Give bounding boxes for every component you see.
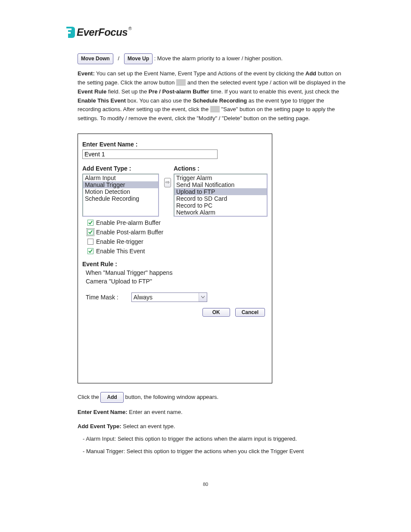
list-item[interactable]: Motion Detection xyxy=(83,188,158,195)
time-mask-select[interactable]: Always xyxy=(131,292,207,302)
list-item[interactable]: Trigger Alarm xyxy=(174,174,267,181)
checkbox-retrigger[interactable] xyxy=(87,239,93,245)
list-item[interactable]: Record to SD Card xyxy=(174,195,267,202)
add-event-type-desc: Add Event Type: Select an event type. xyxy=(78,422,346,431)
list-item[interactable]: Record to PC xyxy=(174,202,267,209)
move-buttons-desc: Move Down / Move Up : Move the alarm pri… xyxy=(78,53,346,64)
brand-logo: EverFocus® xyxy=(65,26,346,39)
list-item[interactable]: Send Mail Notification xyxy=(174,181,267,188)
checkbox-label: Enable Pre-alarm Buffer xyxy=(96,219,161,226)
time-mask-value: Always xyxy=(134,294,153,301)
checkbox-label: Enable This Event xyxy=(96,248,145,255)
logo-mark-icon xyxy=(65,26,75,39)
event-type-list[interactable]: Alarm Input Manual Trigger Motion Detect… xyxy=(82,174,159,217)
checkbox-label: Enable Post-alarm Buffer xyxy=(96,229,163,236)
list-item[interactable]: Network Alarm xyxy=(174,209,267,216)
page-number: 80 xyxy=(65,482,346,487)
event-rule-line-2: Camera "Upload to FTP" xyxy=(86,278,268,285)
manual-trigger-desc: - Manual Trigger: Select this option to … xyxy=(83,447,346,456)
add-button[interactable]: Add xyxy=(100,392,123,403)
chevron-down-icon xyxy=(199,293,207,302)
cancel-button[interactable]: Cancel xyxy=(235,308,265,317)
list-item[interactable]: Manual Trigger xyxy=(83,181,158,188)
list-item[interactable]: Schedule Recording xyxy=(83,195,158,202)
event-rule-line-1: When "Manual Trigger" happens xyxy=(86,269,268,276)
add-event-type-label: Add Event Type : xyxy=(82,165,162,172)
add-button-desc: Click the Add button, the following wind… xyxy=(78,392,346,403)
event-rule-label: Event Rule : xyxy=(82,261,268,268)
move-down-button[interactable]: Move Down xyxy=(78,53,113,64)
actions-list[interactable]: Trigger Alarm Send Mail Notification Upl… xyxy=(174,174,268,217)
event-overview-text: Event: You can set up the Event Name, Ev… xyxy=(78,69,346,123)
logo-text: EverFocus® xyxy=(77,26,132,38)
checkbox-label: Enable Re-trigger xyxy=(96,238,143,245)
enter-event-name-desc: Enter Event Name: Enter an event name. xyxy=(78,408,346,417)
checkbox-enable-event[interactable] xyxy=(87,248,93,254)
enter-event-name-label: Enter Event Name : xyxy=(82,141,268,148)
move-up-button[interactable]: Move Up xyxy=(124,53,153,64)
alarm-input-desc: - Alarm Input: Select this option to tri… xyxy=(83,435,346,444)
event-settings-dialog: Enter Event Name : Add Event Type : Alar… xyxy=(78,134,272,383)
arrow-right-button[interactable]: ⇨ xyxy=(164,178,171,187)
actions-label: Actions : xyxy=(174,165,268,172)
event-name-input[interactable] xyxy=(82,149,218,159)
time-mask-label: Time Mask : xyxy=(86,294,118,301)
checkbox-post-alarm[interactable] xyxy=(87,229,93,235)
ok-button[interactable]: OK xyxy=(202,308,230,317)
list-item[interactable]: Upload to FTP xyxy=(174,188,267,195)
checkbox-pre-alarm[interactable] xyxy=(87,220,93,226)
list-item[interactable]: Alarm Input xyxy=(83,174,158,181)
